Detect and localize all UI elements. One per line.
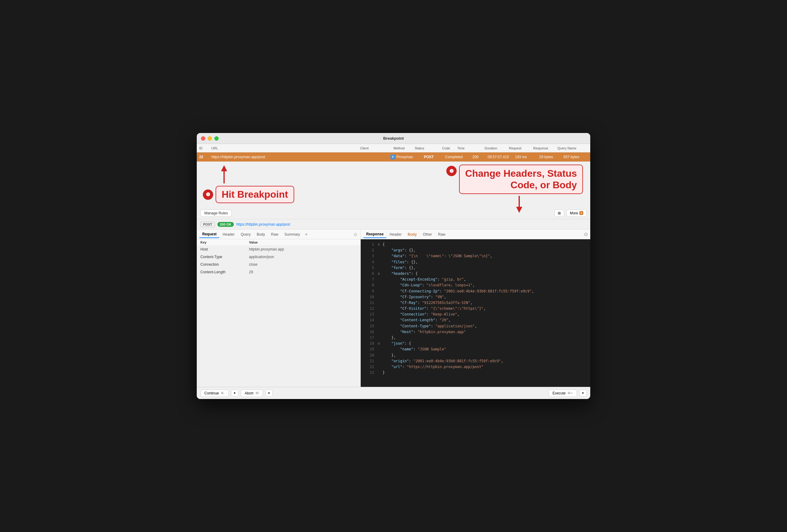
- code-line-15: 15 "Content-Type": "application/json",: [361, 323, 590, 329]
- col-header-method: Method: [394, 146, 415, 150]
- tab-header[interactable]: Header: [219, 231, 237, 238]
- annotation-title-2: Change Headers, Status Code, or Body: [459, 165, 583, 194]
- kv-val-header: Value: [249, 240, 357, 244]
- code-line-7: 7 "Accept-Encoding": "gzip, br",: [361, 277, 590, 282]
- col-header-time: Time: [457, 146, 485, 150]
- code-line-4: 4 "files": {},: [361, 259, 590, 265]
- kv-key-content-type: Content-Type: [200, 255, 249, 259]
- col-header-client: Client: [360, 146, 394, 150]
- code-line-1: 1 v {: [361, 242, 590, 248]
- kv-val-content-length: 29: [249, 270, 357, 274]
- col-header-response: Response: [533, 146, 557, 150]
- abort-label: Abort: [245, 391, 254, 395]
- kv-row-connection: Connection close: [197, 261, 360, 269]
- request-kv-table: Host httpbin.proxyman.app Content-Type a…: [197, 246, 360, 387]
- kv-val-content-type: application/json: [249, 255, 357, 259]
- kv-row-content-type: Content-Type application/json: [197, 253, 360, 261]
- col-header-status: Status: [415, 146, 442, 150]
- continue-chevron-button[interactable]: ▾: [231, 389, 238, 397]
- tab-resp-raw[interactable]: Raw: [435, 231, 448, 238]
- arrow-up-icon: [221, 165, 227, 171]
- status-badge: 200 OK: [217, 222, 234, 227]
- client-icon: P: [390, 154, 395, 159]
- row-id: 22: [199, 155, 211, 159]
- column-header-row: ID URL Client Method Status Code Time Du…: [197, 144, 590, 152]
- close-button[interactable]: [201, 136, 205, 141]
- code-line-6: 6 v "headers": {: [361, 271, 590, 277]
- url-display: https://httpbin.proxyman.app/post: [236, 222, 290, 227]
- tab-request[interactable]: Request: [199, 231, 219, 238]
- main-content: Request Header Query Body Raw Summary + …: [197, 230, 590, 387]
- traffic-lights: [201, 136, 219, 141]
- abort-button[interactable]: Abort ⌘\: [241, 389, 263, 397]
- minimize-button[interactable]: [208, 136, 212, 141]
- window-title: Breakpoint: [383, 136, 404, 141]
- abort-kbd: ⌘\: [255, 391, 259, 395]
- manage-rules-button[interactable]: Manage Rules: [200, 210, 232, 217]
- code-area[interactable]: 1 v { 2 "args": {}, 3 "data": "{\n \"nam…: [361, 239, 590, 387]
- client-name: Proxyman: [397, 155, 413, 159]
- kv-key-content-length: Content-Length: [200, 270, 249, 274]
- arrow-shaft: [224, 171, 225, 184]
- request-row[interactable]: 22 https://httpbin.proxyman.app/post P P…: [197, 152, 590, 162]
- continue-label: Continue: [204, 391, 219, 395]
- code-line-18: 18 v "json": {: [361, 341, 590, 346]
- execute-button[interactable]: Execute ⌘↵: [549, 389, 577, 397]
- continue-kbd: ⌘.: [221, 391, 225, 395]
- tab-query[interactable]: Query: [238, 231, 254, 238]
- method-badge: POST: [200, 222, 215, 227]
- url-link[interactable]: https://httpbin.proxyman.app/post: [211, 155, 265, 159]
- code-line-10: 10 "Cf-Ipcountry": "VN",: [361, 294, 590, 300]
- row-duration: 193 ms: [515, 155, 539, 159]
- col-header-duration: Duration: [485, 146, 509, 150]
- right-panel: Response Header Body Other Raw ⊙ 1 v { 2…: [361, 230, 590, 387]
- execute-kbd: ⌘↵: [568, 391, 573, 395]
- title-bar: Breakpoint: [197, 133, 590, 144]
- col-header-url: URL: [211, 146, 360, 150]
- kv-key-header: Key: [200, 240, 249, 244]
- tab-resp-other[interactable]: Other: [420, 231, 435, 238]
- code-line-13: 13 "Connection": "Keep-Alive",: [361, 312, 590, 317]
- maximize-button[interactable]: [214, 136, 219, 141]
- tab-response[interactable]: Response: [363, 231, 386, 238]
- row-code: 200: [472, 155, 488, 159]
- execute-chevron-button[interactable]: ▾: [579, 389, 587, 397]
- code-line-23: 23 }: [361, 370, 590, 376]
- annotation-2-area: ❷ Change Headers, Status Code, or Body: [446, 165, 583, 213]
- arrow-down-icon: [516, 196, 522, 213]
- abort-chevron-button[interactable]: ▾: [265, 389, 273, 397]
- col-header-code: Code: [442, 146, 457, 150]
- tab-resp-body[interactable]: Body: [405, 231, 420, 238]
- tab-summary[interactable]: Summary: [281, 231, 303, 238]
- bottom-bar: Continue ⌘. ▾ Abort ⌘\ ▾ Execute ⌘↵ ▾: [197, 387, 590, 399]
- code-line-2: 2 "args": {},: [361, 248, 590, 253]
- smiley-icon: ☺: [353, 232, 358, 237]
- col-header-queryname: Query Name: [557, 146, 588, 150]
- code-line-21: 21 "origin": "2001:ee0:4b4e:93b0:881f:fc…: [361, 358, 590, 364]
- annotation-1-area: ❶ Hit Breakpoint: [203, 165, 294, 203]
- row-status: Completed: [445, 155, 472, 159]
- tab-body[interactable]: Body: [254, 231, 268, 238]
- code-line-20: 20 },: [361, 353, 590, 358]
- code-line-19: 19 "name": "JSON Sample": [361, 346, 590, 352]
- row-method: POST: [424, 155, 445, 159]
- tab-resp-header[interactable]: Header: [386, 231, 404, 238]
- add-tab-button[interactable]: +: [303, 231, 310, 238]
- row-response-size: 657 bytes: [563, 155, 588, 159]
- execute-label: Execute: [553, 391, 566, 395]
- col-header-id: ID: [199, 146, 211, 150]
- col-header-request: Request: [509, 146, 533, 150]
- kv-row-host: Host httpbin.proxyman.app: [197, 246, 360, 253]
- code-line-11: 11 "Cf-Ray": "912207565c5a3ffa-SIN",: [361, 300, 590, 306]
- kv-key-host: Host: [200, 247, 249, 251]
- annotation-title-1: Hit Breakpoint: [216, 186, 294, 203]
- main-window: Breakpoint ID URL Client Method Status C…: [197, 133, 590, 399]
- url-bar-row: POST 200 OK https://httpbin.proxyman.app…: [197, 219, 590, 230]
- code-line-12: 12 "Cf-Visitor": "{\"scheme\":\"https\"}…: [361, 306, 590, 312]
- response-icon: ⊙: [584, 231, 588, 237]
- continue-button[interactable]: Continue ⌘.: [200, 389, 229, 397]
- code-line-16: 16 "Host": "httpbin.proxyman.app": [361, 329, 590, 335]
- code-line-3: 3 "data": "{\n \"name\": \"JSON Sample\"…: [361, 253, 590, 259]
- row-url: https://httpbin.proxyman.app/post: [211, 155, 390, 159]
- tab-raw[interactable]: Raw: [268, 231, 281, 238]
